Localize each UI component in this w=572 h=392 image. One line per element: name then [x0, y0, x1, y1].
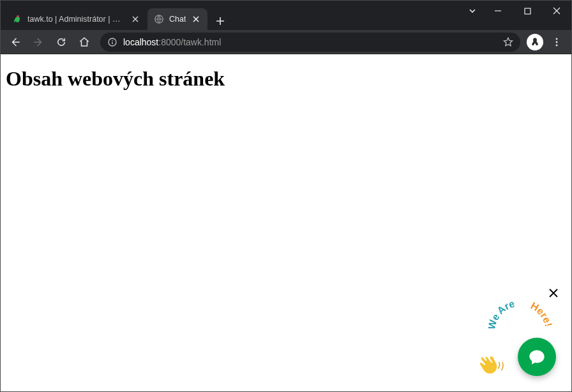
chat-widget[interactable]: We Are Here! [481, 301, 560, 380]
url-text: localhost:8000/tawk.html [123, 37, 500, 47]
home-button[interactable] [73, 33, 95, 52]
svg-point-3 [112, 40, 113, 41]
site-info-icon[interactable] [105, 35, 119, 49]
window-controls [462, 1, 571, 21]
forward-button[interactable] [27, 33, 49, 52]
url-host: localhost [123, 37, 158, 47]
minimize-button[interactable] [483, 1, 513, 21]
close-window-button[interactable] [542, 1, 571, 21]
tab-strip: tawk.to | Administrátor | Chat | O Chat [1, 1, 462, 30]
we-are-here-badge-icon: We Are Here! [488, 299, 552, 343]
globe-favicon-icon [154, 14, 164, 24]
bookmark-star-icon[interactable] [500, 34, 516, 50]
chat-close-button[interactable] [547, 287, 560, 299]
svg-point-5 [556, 38, 558, 40]
tab-title: Chat [169, 15, 186, 24]
svg-rect-1 [525, 8, 531, 14]
tab-tawkto-admin[interactable]: tawk.to | Administrátor | Chat | O [6, 8, 146, 30]
page-heading: Obsah webových stránek [1, 54, 571, 96]
svg-text:We Are: We Are [488, 299, 516, 331]
page-viewport: Obsah webových stránek We Are Here! [1, 54, 571, 391]
svg-point-6 [556, 41, 558, 43]
close-icon[interactable] [191, 14, 201, 24]
address-bar[interactable]: localhost:8000/tawk.html [100, 33, 520, 52]
waving-hand-icon [478, 352, 504, 377]
window-titlebar: tawk.to | Administrátor | Chat | O Chat [1, 1, 571, 30]
tab-title: tawk.to | Administrátor | Chat | O [27, 15, 126, 24]
new-tab-button[interactable] [211, 12, 229, 30]
back-button[interactable] [4, 33, 26, 52]
svg-text:Here!: Here! [529, 300, 552, 328]
close-icon[interactable] [131, 14, 140, 24]
svg-point-7 [556, 44, 558, 46]
tawkto-favicon-icon [12, 14, 22, 24]
url-path: :8000/tawk.html [158, 37, 221, 47]
browser-toolbar: localhost:8000/tawk.html [1, 30, 571, 54]
tab-chat[interactable]: Chat [147, 8, 207, 30]
chat-icon [528, 348, 546, 366]
chat-bubble-button[interactable] [518, 338, 556, 376]
maximize-button[interactable] [513, 1, 542, 21]
tab-search-button[interactable] [462, 1, 483, 21]
menu-button[interactable] [546, 33, 568, 52]
profile-avatar[interactable] [527, 34, 543, 50]
reload-button[interactable] [50, 33, 72, 52]
